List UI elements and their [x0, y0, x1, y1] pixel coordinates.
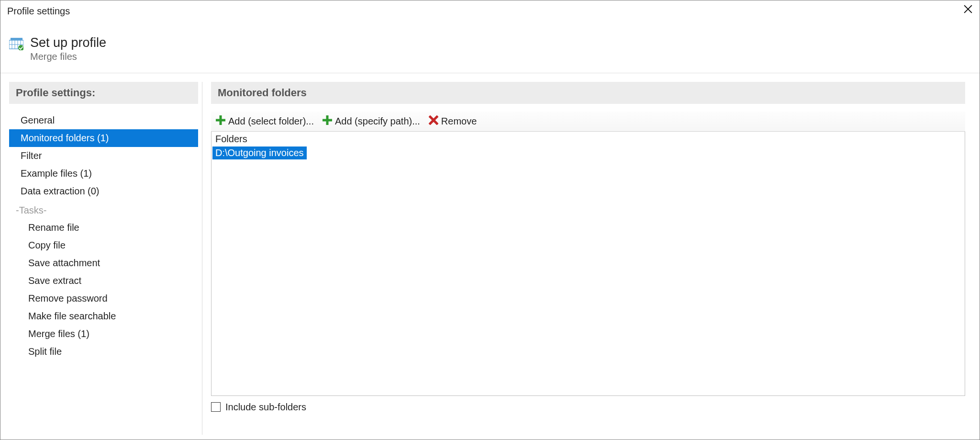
- sidebar-tasks-label: -Tasks-: [9, 200, 198, 219]
- sidebar-task-make-searchable[interactable]: Make file searchable: [9, 307, 198, 325]
- remove-folder-button[interactable]: Remove: [426, 114, 479, 128]
- body: Profile settings: General Monitored fold…: [0, 73, 980, 435]
- sidebar-item-example-files[interactable]: Example files (1): [9, 165, 198, 182]
- sidebar-task-rename-file[interactable]: Rename file: [9, 219, 198, 237]
- add-select-folder-label: Add (select folder)...: [228, 116, 314, 127]
- profile-settings-window: Profile settings Set up profile Merge: [0, 0, 980, 440]
- sidebar-heading: Profile settings:: [9, 82, 198, 104]
- svg-rect-13: [323, 119, 332, 121]
- folder-row[interactable]: D:\Outgoing invoices: [212, 147, 307, 159]
- folders-column-header[interactable]: Folders: [212, 132, 965, 147]
- close-icon: [964, 5, 972, 16]
- remove-folder-label: Remove: [441, 116, 477, 127]
- header-subtitle: Merge files: [30, 51, 106, 62]
- sidebar-task-save-extract[interactable]: Save extract: [9, 272, 198, 290]
- plus-icon: [216, 115, 225, 127]
- add-specify-path-label: Add (specify path)...: [335, 116, 420, 127]
- sidebar-task-remove-password[interactable]: Remove password: [9, 290, 198, 307]
- sidebar-item-data-extraction[interactable]: Data extraction (0): [9, 182, 198, 200]
- svg-rect-11: [216, 119, 225, 121]
- sidebar-item-filter[interactable]: Filter: [9, 147, 198, 165]
- title-bar: Profile settings: [0, 0, 980, 20]
- include-subfolders-label: Include sub-folders: [225, 402, 306, 413]
- sidebar-task-save-attachment[interactable]: Save attachment: [9, 254, 198, 272]
- profile-icon: [9, 38, 23, 53]
- folders-toolbar: Add (select folder)... Add (specify path…: [211, 112, 965, 132]
- sidebar-item-general[interactable]: General: [9, 112, 198, 129]
- header: Set up profile Merge files: [0, 20, 980, 73]
- header-title: Set up profile: [30, 36, 106, 50]
- svg-rect-2: [11, 38, 22, 40]
- close-button[interactable]: [962, 4, 974, 16]
- sidebar-task-merge-files[interactable]: Merge files (1): [9, 325, 198, 343]
- add-select-folder-button[interactable]: Add (select folder)...: [213, 114, 317, 128]
- folders-list[interactable]: Folders D:\Outgoing invoices: [211, 132, 965, 396]
- sidebar: Profile settings: General Monitored fold…: [0, 82, 202, 435]
- plus-icon: [323, 115, 332, 127]
- add-specify-path-button[interactable]: Add (specify path)...: [320, 114, 423, 128]
- include-subfolders-checkbox[interactable]: [211, 402, 221, 412]
- window-title: Profile settings: [7, 6, 70, 17]
- main-heading: Monitored folders: [211, 82, 965, 104]
- include-subfolders-row[interactable]: Include sub-folders: [211, 402, 965, 413]
- sidebar-task-split-file[interactable]: Split file: [9, 343, 198, 361]
- main-panel: Monitored folders Add (select folder)...…: [202, 82, 980, 435]
- sidebar-item-monitored-folders[interactable]: Monitored folders (1): [9, 129, 198, 147]
- sidebar-list: General Monitored folders (1) Filter Exa…: [9, 112, 198, 361]
- sidebar-task-copy-file[interactable]: Copy file: [9, 237, 198, 254]
- x-icon: [429, 115, 438, 127]
